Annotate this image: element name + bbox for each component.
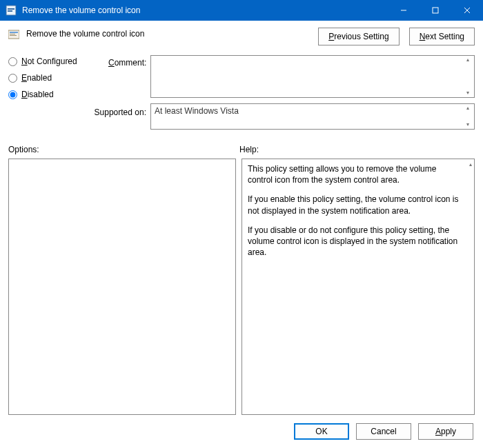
radio-not-configured-input[interactable] — [8, 57, 17, 66]
window-title: Remove the volume control icon — [22, 6, 388, 15]
apply-button[interactable]: Apply — [418, 423, 473, 440]
scroll-up-icon[interactable]: ▴ — [463, 57, 473, 63]
svg-rect-1 — [8, 8, 14, 10]
supported-value: At least Windows Vista — [155, 106, 239, 116]
config-row: Not Configured Enabled Disabled Comment:… — [8, 55, 475, 130]
next-setting-button[interactable]: Next Setting — [409, 28, 475, 45]
comment-scroll: ▴ ▾ — [463, 56, 473, 97]
help-pane: ▴ This policy setting allows you to remo… — [241, 159, 475, 415]
radio-enabled[interactable]: Enabled — [8, 73, 108, 83]
svg-rect-2 — [8, 10, 12, 12]
help-label: Help: — [239, 145, 259, 154]
policy-icon — [8, 29, 19, 40]
radio-disabled-input[interactable] — [8, 90, 17, 99]
options-label: Options: — [8, 145, 239, 154]
state-radio-group: Not Configured Enabled Disabled — [8, 55, 108, 99]
help-paragraph: If you disable or do not configure this … — [248, 225, 460, 258]
supported-label: Supported on: — [84, 103, 146, 117]
ok-button[interactable]: OK — [294, 423, 349, 440]
comment-textarea[interactable]: ▴ ▾ — [150, 55, 475, 98]
cancel-button[interactable]: Cancel — [356, 423, 411, 440]
scroll-down-icon[interactable]: ▾ — [463, 90, 473, 96]
maximize-button[interactable] — [420, 0, 451, 21]
comment-row: Comment: ▴ ▾ — [108, 55, 475, 98]
help-text: This policy setting allows you to remove… — [248, 163, 460, 258]
svg-rect-9 — [10, 34, 15, 34]
titlebar: Remove the volume control icon — [0, 0, 483, 21]
options-pane — [8, 159, 236, 415]
supported-row: Supported on: At least Windows Vista ▴ ▾ — [108, 103, 475, 130]
panes-labels: Options: Help: — [8, 145, 475, 154]
supported-textbox: At least Windows Vista ▴ ▾ — [150, 103, 475, 130]
window-controls — [388, 0, 483, 21]
supported-scroll: ▴ ▾ — [463, 104, 473, 129]
svg-rect-10 — [10, 35, 17, 36]
policy-title: Remove the volume control icon — [26, 28, 311, 39]
footer-buttons: OK Cancel Apply — [8, 423, 475, 440]
scroll-up-icon[interactable]: ▴ — [463, 105, 473, 111]
svg-rect-8 — [10, 32, 18, 33]
help-paragraph: If you enable this policy setting, the v… — [248, 194, 460, 216]
svg-rect-4 — [433, 8, 438, 13]
minimize-button[interactable] — [388, 0, 420, 21]
policy-app-icon — [6, 5, 17, 16]
close-button[interactable] — [451, 0, 483, 21]
nav-buttons: Previous Setting Next Setting — [318, 28, 475, 45]
field-column: Comment: ▴ ▾ Supported on: At least Wind… — [108, 55, 475, 130]
scroll-up-icon[interactable]: ▴ — [469, 161, 472, 167]
radio-not-configured[interactable]: Not Configured — [8, 57, 108, 66]
radio-disabled[interactable]: Disabled — [8, 90, 108, 99]
radio-enabled-input[interactable] — [8, 74, 17, 83]
comment-label: Comment: — [108, 55, 146, 68]
header-row: Remove the volume control icon Previous … — [8, 28, 475, 45]
scroll-down-icon[interactable]: ▾ — [463, 122, 473, 128]
previous-setting-button[interactable]: Previous Setting — [318, 28, 399, 45]
help-paragraph: This policy setting allows you to remove… — [248, 163, 460, 185]
client-area: Remove the volume control icon Previous … — [0, 21, 483, 448]
panes: ▴ This policy setting allows you to remo… — [8, 159, 475, 415]
